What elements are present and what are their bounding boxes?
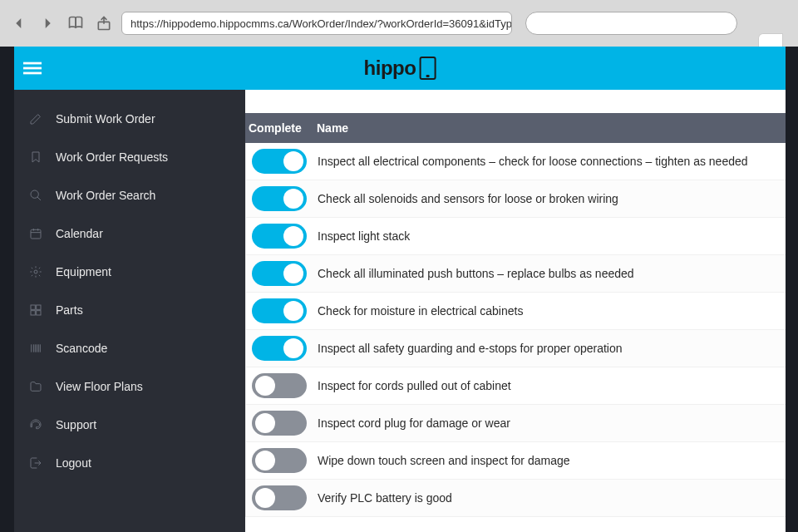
toggle-knob-icon [255,488,275,508]
table-row: Inspect light stack [246,218,786,255]
task-name: Verify PLC battery is good [313,491,786,505]
table-row: Inspect cord plug for damage or wear [246,405,786,442]
sidebar-item-folder[interactable]: View Floor Plans [14,367,245,406]
sidebar-item-label: Work Order Requests [56,150,168,164]
toggle-knob-icon [283,301,303,321]
table-row: Inspect all safety guarding and e-stops … [246,330,786,367]
toggle-cell [246,373,313,398]
barcode-icon [27,340,44,357]
toggle-knob-icon [255,376,275,396]
table-row: Check all illuminated push buttons – rep… [246,255,786,293]
share-icon[interactable] [93,12,115,34]
folder-icon [27,378,44,395]
url-text: https://hippodemo.hippocmms.ca/WorkOrder… [131,17,512,30]
toggle-cell [246,224,313,249]
complete-toggle[interactable] [252,149,307,174]
task-name: Check for moisture in electrical cabinet… [313,304,786,318]
sidebar-item-label: View Floor Plans [56,380,143,393]
task-name: Inspect cord plug for damage or wear [313,416,786,430]
bookmark-icon [27,149,44,165]
complete-toggle[interactable] [252,373,307,398]
browser-toolbar: https://hippodemo.hippocmms.ca/WorkOrder… [0,0,798,47]
toggle-knob-icon [283,189,303,209]
toggle-cell [246,149,313,174]
complete-toggle[interactable] [252,411,307,436]
nav-forward-icon[interactable] [37,12,58,34]
complete-toggle[interactable] [252,298,307,323]
svg-rect-3 [23,72,42,75]
support-icon [27,416,44,433]
task-name: Inspect for cords pulled out of cabinet [313,379,786,392]
sidebar-item-search[interactable]: Work Order Search [14,176,245,214]
toggle-cell [246,485,313,510]
table-header-row: Complete Name [245,113,786,143]
toggle-cell [246,336,313,361]
toggle-knob-icon [283,226,303,246]
brand-name: hippo [364,57,416,79]
toggle-knob-icon [255,413,275,433]
logout-icon [27,455,44,471]
task-name: Inspect all electrical components – chec… [313,155,786,168]
task-name: Wipe down touch screen and inspect for d… [313,454,786,467]
svg-point-4 [31,190,38,198]
task-name: Inspect light stack [313,229,786,243]
sidebar-item-logout[interactable]: Logout [14,444,245,482]
complete-toggle[interactable] [252,485,307,510]
main-content: Complete Name Inspect all electrical com… [245,90,786,532]
brand-dot-icon [389,53,394,58]
table-row: Check for moisture in electrical cabinet… [246,293,786,330]
parts-icon [27,302,44,318]
nav-back-icon[interactable] [8,12,30,34]
toggle-cell [246,261,313,286]
brand-device-icon [419,57,436,80]
search-icon [27,187,44,204]
task-table: Complete Name Inspect all electrical com… [245,113,786,517]
table-row: Inspect all electrical components – chec… [246,143,786,180]
sidebar-item-calendar[interactable]: Calendar [14,214,245,253]
sidebar-item-label: Calendar [56,227,103,240]
sidebar-item-label: Logout [56,456,91,470]
sidebar-item-label: Parts [56,303,83,317]
sidebar-item-label: Equipment [56,265,111,278]
table-row: Check all solenoids and sensors for loos… [246,180,786,218]
complete-toggle[interactable] [252,186,307,211]
sidebar-item-parts[interactable]: Parts [14,291,245,329]
toggle-knob-icon [283,151,303,171]
toggle-knob-icon [283,264,303,283]
sidebar: Submit Work OrderWork Order RequestsWork… [14,90,245,532]
toggle-cell [246,186,313,211]
complete-toggle[interactable] [252,261,307,286]
table-row: Inspect for cords pulled out of cabinet [246,367,786,405]
svg-rect-9 [31,311,35,315]
sidebar-item-support[interactable]: Support [14,406,245,444]
svg-rect-7 [31,305,35,309]
sidebar-item-gear[interactable]: Equipment [14,253,245,291]
sidebar-item-label: Work Order Search [56,189,155,202]
complete-toggle[interactable] [252,224,307,249]
browser-search-input[interactable] [525,12,737,35]
gear-icon [27,264,44,280]
complete-toggle[interactable] [252,336,307,361]
brand-logo: hippo [364,57,436,80]
sidebar-item-bookmark[interactable]: Work Order Requests [14,138,245,176]
hamburger-menu-button[interactable] [14,47,51,90]
sidebar-item-pencil[interactable]: Submit Work Order [14,100,245,138]
url-bar[interactable]: https://hippodemo.hippocmms.ca/WorkOrder… [121,12,512,35]
sidebar-item-label: Support [56,418,96,431]
complete-toggle[interactable] [252,448,307,473]
toggle-cell [246,448,313,473]
task-name: Inspect all safety guarding and e-stops … [313,342,786,355]
pencil-icon [27,111,44,127]
svg-rect-1 [23,62,42,65]
task-name: Check all illuminated push buttons – rep… [313,267,786,280]
bookmarks-icon[interactable] [65,12,86,34]
svg-rect-2 [23,67,42,70]
toggle-knob-icon [255,451,275,470]
calendar-icon [27,225,44,242]
svg-rect-5 [31,229,41,239]
table-row: Verify PLC battery is good [246,480,786,517]
svg-rect-10 [37,311,41,315]
sidebar-item-barcode[interactable]: Scancode [14,329,245,367]
sidebar-item-label: Submit Work Order [56,112,155,126]
task-name: Check all solenoids and sensors for loos… [313,192,786,205]
